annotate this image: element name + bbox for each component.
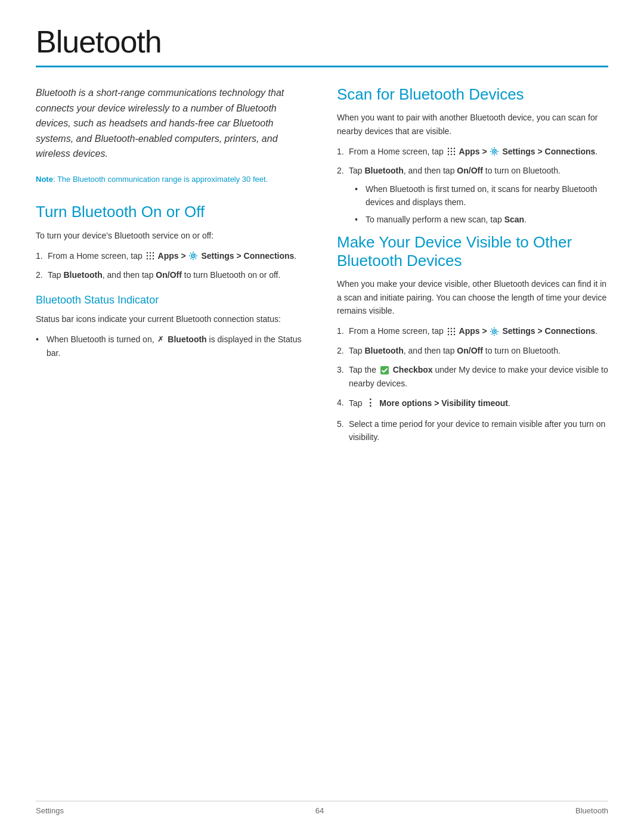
turn-on-off-steps: 1. From a Home screen, tap (36, 249, 307, 282)
two-col-layout: Bluetooth is a short-range communication… (36, 85, 608, 451)
svg-point-0 (146, 252, 147, 253)
visible-step-4: 4. Tap ⋮ More options > Visibility timeo… (337, 396, 608, 411)
settings-connections-2: Settings > Connections (502, 147, 595, 156)
svg-point-30 (453, 334, 454, 335)
settings-connections-1: Settings > Connections (201, 251, 294, 261)
turn-on-off-title: Turn Bluetooth On or Off (36, 203, 307, 221)
apps-icon (145, 251, 155, 261)
turn-step-1: 1. From a Home screen, tap (36, 249, 307, 262)
svg-point-24 (453, 328, 454, 329)
visible-steps: 1. From a Home screen, tap (337, 324, 608, 444)
scan-sub-bullet-1: When Bluetooth is first turned on, it sc… (355, 182, 608, 209)
onoff-bold-2: On/Off (457, 166, 483, 175)
svg-point-32 (494, 331, 495, 332)
visible-intro: When you make your device visible, other… (337, 277, 608, 317)
svg-point-28 (447, 334, 448, 335)
svg-point-5 (152, 255, 153, 256)
bluetooth-bold-2: Bluetooth (364, 166, 403, 175)
turn-step-2: 2. Tap Bluetooth, and then tap On/Off to… (36, 268, 307, 281)
svg-point-12 (450, 148, 451, 149)
svg-point-23 (450, 328, 451, 329)
svg-point-27 (453, 331, 454, 332)
visible-step-1: 1. From a Home screen, tap (337, 324, 608, 337)
svg-point-2 (152, 252, 153, 253)
apps-label-3: Apps > (459, 326, 487, 336)
scan-steps: 1. From a Home screen, tap (337, 145, 608, 226)
bluetooth-bold-1: Bluetooth (63, 270, 102, 280)
bluetooth-bold-status: Bluetooth (168, 335, 206, 344)
turn-on-off-intro: To turn your device's Bluetooth service … (36, 229, 307, 242)
onoff-bold-3: On/Off (457, 346, 483, 355)
svg-point-16 (453, 151, 454, 152)
more-options-bold: More options > Visibility timeout (379, 398, 508, 408)
status-bullet-1: When Bluetooth is turned on, ✗ Bluetooth… (36, 333, 307, 360)
checkbox-bold: Checkbox (393, 365, 433, 374)
visible-title: Make Your Device Visible to Other Blueto… (337, 233, 608, 270)
page: Bluetooth Bluetooth is a short-range com… (0, 0, 644, 833)
note-text: Note: The Bluetooth communication range … (36, 174, 307, 185)
col-right: Scan for Bluetooth Devices When you want… (337, 85, 608, 451)
svg-rect-33 (380, 366, 389, 374)
svg-point-3 (146, 255, 147, 256)
checkbox-icon (380, 366, 389, 375)
footer-left: Settings (36, 806, 64, 815)
svg-point-17 (447, 154, 448, 155)
note-content: : The Bluetooth communication range is a… (53, 175, 268, 184)
footer: Settings 64 Bluetooth (36, 801, 608, 815)
svg-point-22 (447, 328, 448, 329)
svg-point-26 (450, 331, 451, 332)
apps-label-1: Apps > (158, 251, 186, 261)
svg-point-19 (453, 154, 454, 155)
note-label: Note (36, 175, 53, 184)
bluetooth-bold-3: Bluetooth (364, 346, 403, 355)
settings-connections-3: Settings > Connections (502, 326, 595, 336)
scan-step-2: 2. Tap Bluetooth, and then tap On/Off to… (337, 164, 608, 226)
onoff-bold-1: On/Off (156, 270, 182, 280)
page-title: Bluetooth (36, 24, 608, 60)
settings-icon-2 (490, 147, 499, 156)
apps-icon-2 (447, 147, 456, 156)
status-indicator-bullets: When Bluetooth is turned on, ✗ Bluetooth… (36, 333, 307, 360)
title-divider (36, 66, 608, 67)
status-indicator-title: Bluetooth Status Indicator (36, 294, 307, 306)
col-left: Bluetooth is a short-range communication… (36, 85, 307, 451)
visible-step-5: 5. Select a time period for your device … (337, 417, 608, 444)
svg-point-15 (450, 151, 451, 152)
svg-point-8 (152, 258, 153, 259)
bluetooth-symbol-icon: ✗ (157, 333, 164, 346)
scan-bold: Scan (504, 215, 524, 224)
svg-point-7 (149, 258, 150, 259)
more-options-icon: ⋮ (366, 395, 376, 411)
svg-point-6 (146, 258, 147, 259)
footer-right: Bluetooth (575, 806, 608, 815)
status-indicator-intro: Status bar icons indicate your current B… (36, 312, 307, 326)
visible-step-2: 2. Tap Bluetooth, and then tap On/Off to… (337, 344, 608, 357)
scan-sub-bullets: When Bluetooth is first turned on, it sc… (355, 182, 608, 226)
svg-point-21 (494, 151, 495, 152)
apps-label-2: Apps > (459, 147, 487, 156)
svg-point-11 (447, 148, 448, 149)
scan-title: Scan for Bluetooth Devices (337, 85, 608, 104)
svg-point-4 (149, 255, 150, 256)
svg-point-10 (193, 255, 194, 256)
svg-point-25 (447, 331, 448, 332)
apps-icon-3 (447, 327, 456, 336)
footer-center: 64 (315, 806, 324, 815)
intro-text: Bluetooth is a short-range communication… (36, 85, 307, 162)
svg-point-29 (450, 334, 451, 335)
settings-icon-1 (188, 251, 198, 261)
svg-point-1 (149, 252, 150, 253)
settings-icon-3 (490, 327, 499, 336)
scan-step-1: 1. From a Home screen, tap (337, 145, 608, 158)
svg-point-14 (447, 151, 448, 152)
svg-point-13 (453, 148, 454, 149)
scan-sub-bullet-2: To manually perform a new scan, tap Scan… (355, 213, 608, 226)
visible-step-3: 3. Tap the Checkbox under My device to m… (337, 363, 608, 390)
scan-intro: When you want to pair with another Bluet… (337, 111, 608, 138)
svg-point-18 (450, 154, 451, 155)
